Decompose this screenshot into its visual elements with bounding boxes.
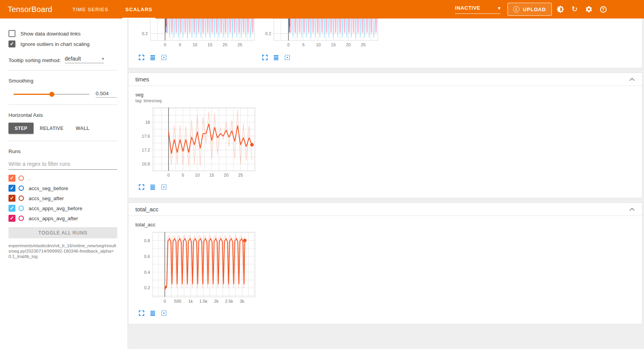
- smoothing-slider-row: 0.504: [8, 91, 117, 98]
- svg-text:2k: 2k: [214, 299, 219, 303]
- run-item[interactable]: ✓ accs_seg_before: [8, 183, 117, 193]
- run-checkbox[interactable]: ✓: [8, 195, 15, 202]
- svg-text:20: 20: [224, 173, 228, 177]
- section-header-times[interactable]: times: [128, 73, 642, 86]
- svg-text:17.2: 17.2: [142, 148, 150, 152]
- check-icon: ✓: [10, 205, 14, 212]
- runs-filter-input[interactable]: [8, 159, 117, 170]
- scalar-chart-total-acc: total_acc 05001k1.5k2k2.5k3k0.20.40.60.8: [135, 222, 269, 316]
- divider: [8, 70, 117, 71]
- fit-domain-icon[interactable]: [161, 54, 167, 61]
- run-color-circle[interactable]: [19, 206, 24, 211]
- svg-text:0.8: 0.8: [144, 238, 150, 243]
- tab-scalars[interactable]: SCALARS: [117, 0, 161, 19]
- divider: [8, 141, 117, 141]
- run-checkbox[interactable]: ✓: [8, 215, 15, 222]
- svg-text:0.4: 0.4: [144, 270, 150, 275]
- app-header: TensorBoard TIME SERIES SCALARS INACTIVE…: [0, 0, 644, 19]
- scalars-dashboard: 05101520250.2 05101520250.2 times seg: [127, 19, 644, 349]
- check-icon: ✓: [10, 175, 14, 182]
- scalar-chart-seg: seg tag: times/seg 051015202516.817.217.…: [135, 92, 269, 190]
- settings-sidebar: Show data download links ✓ Ignore outlie…: [0, 19, 127, 349]
- fit-domain-icon[interactable]: [161, 310, 167, 316]
- chart-actions: [135, 184, 269, 190]
- run-label: .: [29, 175, 30, 181]
- collapse-chevron-icon[interactable]: [629, 78, 635, 81]
- ignore-outliers-checkbox[interactable]: ✓: [8, 40, 15, 47]
- run-color-circle[interactable]: [19, 175, 24, 181]
- caret-down-icon: ▾: [102, 56, 104, 61]
- fullscreen-icon[interactable]: [138, 54, 145, 61]
- flat-lines-icon[interactable]: [150, 184, 156, 190]
- run-item[interactable]: ✓ accs_apps_avg_after: [8, 213, 117, 223]
- fullscreen-icon[interactable]: [262, 54, 268, 61]
- chart-actions: [135, 310, 269, 316]
- fullscreen-icon[interactable]: [138, 184, 145, 190]
- toggle-all-runs-button[interactable]: TOGGLE ALL RUNS: [8, 227, 117, 238]
- run-checkbox[interactable]: ✓: [8, 205, 15, 212]
- refresh-icon[interactable]: ↻: [571, 5, 578, 13]
- runs-list: ✓ . ✓ accs_seg_before ✓ accs_seg_after ✓…: [8, 173, 117, 223]
- tensorboard-logo: TensorBoard: [8, 0, 52, 19]
- svg-text:10: 10: [316, 42, 320, 47]
- svg-text:0: 0: [164, 42, 166, 47]
- ignore-outliers-row[interactable]: ✓ Ignore outliers in chart scaling: [8, 39, 117, 49]
- axis-relative-button[interactable]: RELATIVE: [34, 123, 70, 134]
- settings-gear-icon[interactable]: [585, 5, 593, 13]
- info-icon: i: [513, 6, 519, 12]
- run-item[interactable]: ✓ accs_apps_avg_before: [8, 203, 117, 213]
- flat-lines-icon[interactable]: [150, 54, 156, 61]
- axis-wall-button[interactable]: WALL: [70, 123, 96, 134]
- run-item[interactable]: ✓ .: [8, 173, 117, 183]
- tab-time-series[interactable]: TIME SERIES: [64, 0, 117, 19]
- section-title: total_acc: [135, 206, 158, 212]
- runs-filter-wrap: [8, 159, 117, 170]
- horizontal-axis-label: Horizontal Axis: [8, 112, 117, 118]
- run-color-circle[interactable]: [19, 196, 24, 201]
- tooltip-sorting-select[interactable]: default ▾: [65, 56, 104, 63]
- total-acc-chart-canvas[interactable]: 05001k1.5k2k2.5k3k0.20.40.60.8: [135, 230, 269, 307]
- fullscreen-icon[interactable]: [138, 310, 145, 316]
- svg-text:5: 5: [179, 42, 181, 47]
- help-icon[interactable]: ?: [599, 5, 607, 13]
- section-header-total-acc[interactable]: total_acc: [128, 203, 642, 216]
- slider-thumb[interactable]: [49, 92, 54, 97]
- axis-step-button[interactable]: STEP: [8, 123, 34, 134]
- svg-text:0.2: 0.2: [144, 285, 150, 290]
- collapse-chevron-icon[interactable]: [629, 207, 635, 211]
- svg-text:25: 25: [238, 42, 242, 47]
- run-color-circle[interactable]: [19, 185, 24, 191]
- run-color-circle[interactable]: [19, 216, 24, 221]
- flat-lines-icon[interactable]: [150, 310, 156, 316]
- run-label: accs_apps_avg_before: [29, 206, 83, 211]
- fit-domain-icon[interactable]: [284, 54, 290, 61]
- run-checkbox[interactable]: ✓: [8, 185, 15, 192]
- divider: [8, 105, 117, 105]
- seg-chart-canvas[interactable]: 051015202516.817.217.618: [135, 105, 269, 181]
- flat-lines-icon[interactable]: [273, 54, 279, 61]
- svg-text:0: 0: [287, 42, 290, 47]
- show-download-links-row[interactable]: Show data download links: [8, 29, 117, 39]
- section-body: total_acc 05001k1.5k2k2.5k3k0.20.40.60.8: [128, 216, 642, 324]
- tooltip-sorting-label: Tooltip sorting method:: [8, 57, 61, 63]
- slider-fill: [13, 94, 52, 95]
- smoothing-value-input[interactable]: 0.504: [96, 91, 117, 98]
- run-item[interactable]: ✓ accs_seg_after: [8, 193, 117, 203]
- tooltip-sorting-row: Tooltip sorting method: default ▾: [8, 56, 117, 63]
- status-dropdown[interactable]: INACTIVE ▾: [455, 5, 501, 14]
- upload-button[interactable]: i UPLOAD: [507, 3, 552, 16]
- show-download-links-checkbox[interactable]: [8, 30, 15, 37]
- fit-domain-icon[interactable]: [161, 184, 167, 190]
- header-tabs: TIME SERIES SCALARS: [64, 0, 161, 19]
- chart-title: seg: [135, 92, 269, 98]
- partial-chart-canvas-left[interactable]: 05101520250.2: [133, 19, 256, 49]
- run-label: accs_seg_before: [29, 185, 68, 191]
- tooltip-sorting-value: default: [65, 56, 81, 62]
- run-checkbox[interactable]: ✓: [8, 175, 15, 182]
- svg-text:0: 0: [164, 299, 166, 303]
- svg-text:0.2: 0.2: [142, 31, 148, 36]
- smoothing-slider[interactable]: [13, 94, 89, 95]
- partial-chart-canvas-right[interactable]: 05101520250.2: [256, 19, 380, 49]
- theme-toggle-icon[interactable]: [556, 5, 564, 13]
- checkbox-label: Show data download links: [20, 31, 81, 37]
